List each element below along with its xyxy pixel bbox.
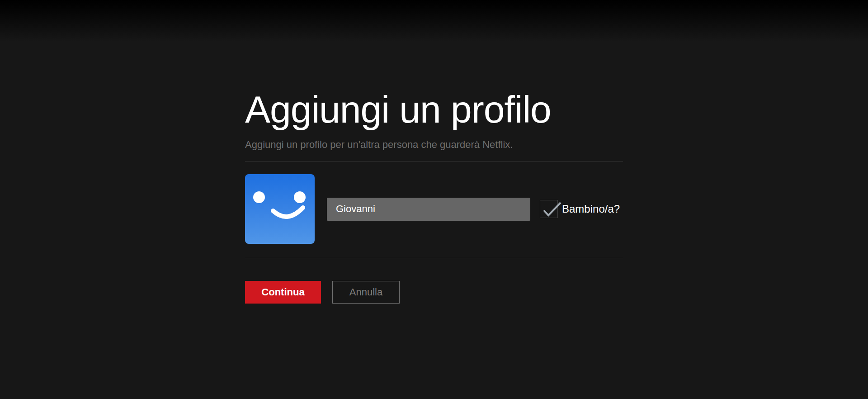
profile-entry-row: Bambino/a? [245, 174, 623, 244]
form-actions: Continua Annulla [245, 281, 623, 304]
profile-name-input[interactable] [327, 198, 530, 221]
kids-checkbox-label[interactable]: Bambino/a? [562, 203, 620, 215]
kids-checkbox-group: Bambino/a? [540, 200, 620, 218]
kids-checkbox[interactable] [540, 200, 558, 218]
smiley-face-icon [245, 174, 315, 244]
add-profile-page: Aggiungi un profilo Aggiungi un profilo … [0, 0, 868, 399]
divider-bottom [245, 258, 623, 258]
continue-button[interactable]: Continua [245, 281, 321, 304]
add-profile-form: Aggiungi un profilo Aggiungi un profilo … [245, 0, 623, 304]
cancel-button[interactable]: Annulla [332, 281, 400, 304]
profile-avatar [245, 174, 315, 244]
page-title: Aggiungi un profilo [245, 90, 623, 128]
divider-top [245, 161, 623, 162]
page-subtitle: Aggiungi un profilo per un'altra persona… [245, 139, 623, 151]
